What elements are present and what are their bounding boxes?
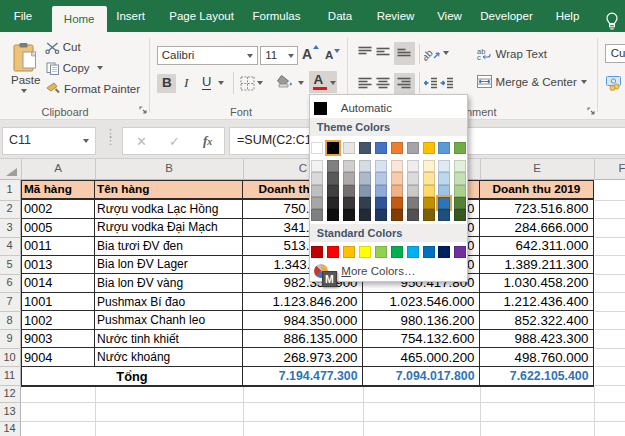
svg-text:ab: ab xyxy=(424,46,435,61)
svg-text:c: c xyxy=(477,53,481,61)
